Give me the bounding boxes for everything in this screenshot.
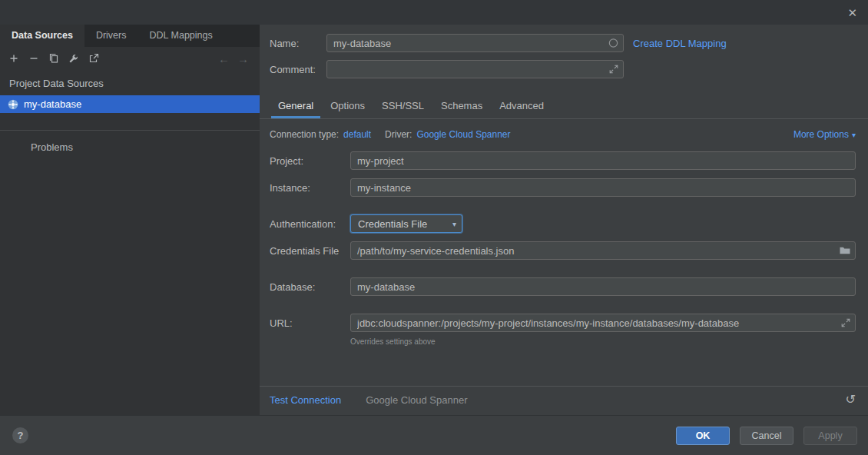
chevron-down-icon: ▾ bbox=[852, 131, 856, 139]
chevron-down-icon: ▾ bbox=[452, 220, 456, 228]
main-spacer bbox=[270, 347, 856, 386]
data-source-item-my-database[interactable]: my-database bbox=[0, 95, 260, 113]
settings-tab-bar: General Options SSH/SSL Schemas Advanced bbox=[270, 94, 856, 118]
url-override-note: Overrides settings above bbox=[350, 337, 436, 346]
authentication-select[interactable]: Credentials File ▾ bbox=[350, 214, 462, 233]
database-row: Database: bbox=[270, 277, 856, 296]
name-input[interactable] bbox=[326, 34, 624, 52]
revert-icon[interactable]: ↺ bbox=[846, 394, 856, 406]
dialog-body: Data Sources Drivers DDL Mappings bbox=[0, 25, 868, 415]
footer-driver-name: Google Cloud Spanner bbox=[366, 394, 467, 406]
authentication-selected-value: Credentials File bbox=[358, 218, 427, 230]
url-field bbox=[350, 314, 856, 332]
connection-type-label: Connection type: bbox=[270, 129, 339, 140]
url-note-row: Overrides settings above bbox=[350, 335, 856, 347]
project-row: Project: bbox=[270, 151, 856, 170]
tab-schemas[interactable]: Schemas bbox=[432, 94, 491, 118]
apply-button[interactable]: Apply bbox=[803, 427, 857, 445]
sidebar-tab-bar: Data Sources Drivers DDL Mappings bbox=[0, 25, 260, 47]
connection-summary-row: Connection type: default Driver: Google … bbox=[270, 129, 856, 140]
open-in-new-window-icon[interactable] bbox=[86, 51, 101, 66]
expand-icon[interactable] bbox=[840, 317, 851, 328]
more-options-link[interactable]: More Options ▾ bbox=[793, 129, 856, 140]
sidebar-toolbar: ← → bbox=[0, 47, 260, 70]
properties-wrench-icon[interactable] bbox=[66, 51, 81, 66]
project-field bbox=[350, 151, 856, 170]
name-field bbox=[326, 34, 624, 52]
project-label: Project: bbox=[270, 155, 350, 167]
url-input[interactable] bbox=[350, 314, 856, 332]
ok-button[interactable]: OK bbox=[676, 427, 730, 445]
more-options-label: More Options bbox=[793, 129, 849, 140]
cancel-button[interactable]: Cancel bbox=[740, 427, 793, 445]
instance-label: Instance: bbox=[270, 182, 350, 194]
forward-icon[interactable]: → bbox=[237, 52, 249, 65]
help-icon[interactable]: ? bbox=[12, 427, 28, 443]
test-connection-link[interactable]: Test Connection bbox=[270, 394, 341, 406]
add-icon[interactable] bbox=[6, 51, 22, 66]
instance-input[interactable] bbox=[350, 178, 856, 197]
comment-row: Comment: bbox=[270, 60, 856, 78]
database-input[interactable] bbox=[350, 277, 856, 296]
data-source-item-label: my-database bbox=[24, 98, 81, 110]
expand-icon[interactable] bbox=[608, 64, 619, 75]
loading-circle-icon bbox=[608, 38, 619, 49]
name-label: Name: bbox=[270, 38, 326, 49]
database-field bbox=[350, 277, 856, 296]
back-icon[interactable]: ← bbox=[218, 52, 230, 65]
main-panel: Name: Create DDL Mapping Comment: bbox=[260, 25, 868, 415]
cloud-spanner-icon bbox=[8, 99, 18, 110]
data-sources-dialog: ✕ Data Sources Drivers DDL Mappings bbox=[0, 0, 868, 455]
url-row: URL: bbox=[270, 314, 856, 332]
credentials-file-label: Credentials File bbox=[270, 245, 350, 257]
create-ddl-mapping-link[interactable]: Create DDL Mapping bbox=[633, 38, 727, 49]
tab-ddl-mappings[interactable]: DDL Mappings bbox=[138, 25, 224, 47]
instance-row: Instance: bbox=[270, 178, 856, 197]
section-title-project-data-sources: Project Data Sources bbox=[0, 70, 260, 95]
comment-input[interactable] bbox=[326, 60, 624, 78]
connection-form: Project: Instance: Authentication: Crede… bbox=[270, 151, 856, 347]
tab-options[interactable]: Options bbox=[322, 94, 373, 118]
database-label: Database: bbox=[270, 281, 350, 293]
driver-label: Driver: bbox=[385, 129, 412, 140]
titlebar: ✕ bbox=[0, 0, 868, 25]
comment-field bbox=[326, 60, 624, 78]
tab-general[interactable]: General bbox=[270, 94, 322, 118]
tab-divider bbox=[260, 118, 868, 119]
tab-data-sources[interactable]: Data Sources bbox=[0, 25, 84, 47]
name-row: Name: Create DDL Mapping bbox=[270, 34, 856, 52]
authentication-row: Authentication: Credentials File ▾ bbox=[270, 214, 856, 233]
credentials-file-row: Credentials File bbox=[270, 241, 856, 260]
sidebar: Data Sources Drivers DDL Mappings bbox=[0, 25, 260, 415]
instance-field bbox=[350, 178, 856, 197]
dialog-buttons: OK Cancel Apply bbox=[676, 427, 857, 445]
test-connection-row: Test Connection Google Cloud Spanner ↺ bbox=[270, 387, 856, 415]
copy-icon[interactable] bbox=[46, 51, 61, 66]
tab-advanced[interactable]: Advanced bbox=[491, 94, 552, 118]
folder-icon[interactable] bbox=[839, 244, 851, 257]
problems-section-label[interactable]: Problems bbox=[0, 131, 260, 153]
project-input[interactable] bbox=[350, 151, 856, 170]
credentials-file-field bbox=[350, 241, 856, 260]
close-icon[interactable]: ✕ bbox=[847, 7, 857, 18]
credentials-file-input[interactable] bbox=[350, 241, 856, 260]
connection-type-link[interactable]: default bbox=[343, 129, 371, 140]
history-nav: ← → bbox=[218, 52, 253, 65]
bottom-bar: ? OK Cancel Apply bbox=[0, 415, 868, 455]
url-label: URL: bbox=[270, 317, 350, 329]
tab-drivers[interactable]: Drivers bbox=[84, 25, 138, 47]
remove-icon[interactable] bbox=[26, 51, 41, 66]
driver-link[interactable]: Google Cloud Spanner bbox=[416, 129, 510, 140]
comment-label: Comment: bbox=[270, 64, 326, 75]
tab-ssh-ssl[interactable]: SSH/SSL bbox=[373, 94, 432, 118]
authentication-label: Authentication: bbox=[270, 218, 350, 230]
